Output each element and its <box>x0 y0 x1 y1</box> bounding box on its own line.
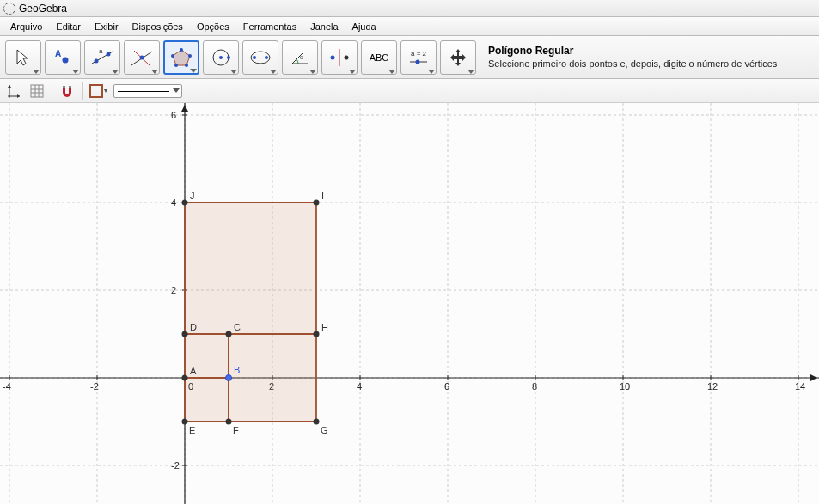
app-title: GeoGebra <box>19 3 67 15</box>
svg-point-1 <box>63 57 69 63</box>
svg-text:-2: -2 <box>90 381 99 392</box>
menu-opcoes[interactable]: Opções <box>192 20 235 33</box>
menu-ajuda[interactable]: Ajuda <box>347 20 382 33</box>
text-tool[interactable]: ABC <box>361 40 397 75</box>
tool-hint: Polígono Regular Selecione primeiro dois… <box>480 45 814 70</box>
slider-icon: a = 2 <box>406 46 431 69</box>
svg-marker-87 <box>185 378 229 422</box>
svg-text:2: 2 <box>171 285 176 295</box>
polygon-icon <box>168 46 194 69</box>
svg-point-17 <box>227 56 230 59</box>
svg-text:6: 6 <box>444 381 449 392</box>
stylebar: ▾ <box>0 79 819 103</box>
menu-ferramentas[interactable]: Ferramentas <box>238 20 302 33</box>
menu-janela[interactable]: Janela <box>305 20 343 33</box>
svg-text:-4: -4 <box>3 381 11 392</box>
move-tool[interactable] <box>5 40 41 75</box>
perpendicular-icon <box>129 46 155 69</box>
cursor-icon <box>10 46 36 69</box>
svg-point-11 <box>188 54 192 58</box>
grid-icon <box>29 83 45 99</box>
stylebar-separator <box>52 82 52 100</box>
svg-text:C: C <box>234 322 241 332</box>
stylebar-separator <box>82 82 83 100</box>
svg-text:E: E <box>189 425 195 435</box>
toggle-axes-button[interactable] <box>3 82 22 100</box>
graphics-view[interactable]: -4-202468101214-2246ABCDEFGHIJ <box>0 103 819 504</box>
menu-editar[interactable]: Editar <box>51 20 86 33</box>
snap-button[interactable] <box>58 82 76 100</box>
svg-text:6: 6 <box>171 110 176 120</box>
svg-text:14: 14 <box>795 381 805 392</box>
menu-arquivo[interactable]: Arquivo <box>5 20 47 33</box>
circle-tool[interactable] <box>203 40 239 75</box>
magnet-icon <box>59 83 75 99</box>
svg-text:8: 8 <box>532 381 537 392</box>
svg-point-96 <box>182 419 188 425</box>
svg-point-12 <box>185 64 188 67</box>
conic-tool[interactable] <box>242 40 278 75</box>
move-arrows-icon <box>445 46 471 69</box>
svg-point-106 <box>182 200 188 206</box>
svg-point-14 <box>171 54 174 58</box>
slider-tool[interactable]: a = 2 <box>400 40 437 75</box>
angle-tool[interactable]: α <box>282 40 318 75</box>
ellipse-icon <box>248 46 273 69</box>
svg-point-3 <box>95 58 99 63</box>
reflect-tool[interactable] <box>321 40 358 75</box>
app-icon <box>3 3 15 15</box>
menu-disposicoes[interactable]: Disposições <box>127 20 188 33</box>
svg-point-26 <box>416 59 420 64</box>
svg-text:B: B <box>234 365 240 375</box>
svg-rect-34 <box>63 86 65 88</box>
toggle-grid-button[interactable] <box>28 82 46 100</box>
line-icon: a <box>89 46 115 69</box>
color-swatch <box>89 84 103 98</box>
svg-point-8 <box>140 55 144 59</box>
svg-point-23 <box>331 55 335 59</box>
svg-text:A: A <box>55 49 61 58</box>
axes-icon <box>5 83 21 99</box>
svg-text:4: 4 <box>357 381 362 392</box>
point-icon: A <box>50 46 76 69</box>
move-view-tool[interactable] <box>440 40 476 75</box>
svg-marker-86 <box>229 334 316 422</box>
color-picker-button[interactable]: ▾ <box>88 82 108 100</box>
svg-rect-35 <box>69 86 71 88</box>
svg-point-20 <box>265 56 268 59</box>
svg-point-16 <box>219 56 223 59</box>
svg-text:-2: -2 <box>171 460 180 471</box>
svg-point-94 <box>182 331 188 337</box>
graphics-svg: -4-202468101214-2246ABCDEFGHIJ <box>0 103 819 504</box>
toolbar: A a α ABC <box>0 36 819 79</box>
svg-point-24 <box>345 55 349 59</box>
svg-point-98 <box>226 419 232 425</box>
svg-point-10 <box>180 48 183 52</box>
point-tool[interactable]: A <box>45 40 81 75</box>
svg-rect-29 <box>31 85 43 97</box>
polygon-tool[interactable] <box>163 40 199 75</box>
line-style-picker[interactable] <box>113 84 182 98</box>
svg-marker-9 <box>173 50 190 65</box>
reflect-icon <box>327 46 352 69</box>
line-tool[interactable]: a <box>84 40 120 75</box>
svg-text:G: G <box>321 425 328 435</box>
tool-hint-desc: Selecione primeiro dois pontos e, depois… <box>488 58 814 70</box>
text-icon: ABC <box>366 46 392 69</box>
svg-text:I: I <box>321 191 324 201</box>
perpendicular-tool[interactable] <box>124 40 160 75</box>
svg-point-4 <box>107 52 111 56</box>
svg-text:H: H <box>321 322 328 332</box>
menu-exibir[interactable]: Exibir <box>89 20 124 33</box>
svg-text:a: a <box>99 47 103 55</box>
svg-point-100 <box>314 419 320 425</box>
svg-text:A: A <box>190 366 197 376</box>
svg-point-19 <box>253 56 256 59</box>
svg-text:D: D <box>190 322 197 332</box>
svg-text:10: 10 <box>620 381 630 392</box>
svg-point-92 <box>226 331 232 337</box>
svg-point-88 <box>182 375 188 381</box>
svg-text:4: 4 <box>171 197 176 208</box>
svg-text:J: J <box>190 191 195 201</box>
svg-point-90 <box>226 375 232 381</box>
